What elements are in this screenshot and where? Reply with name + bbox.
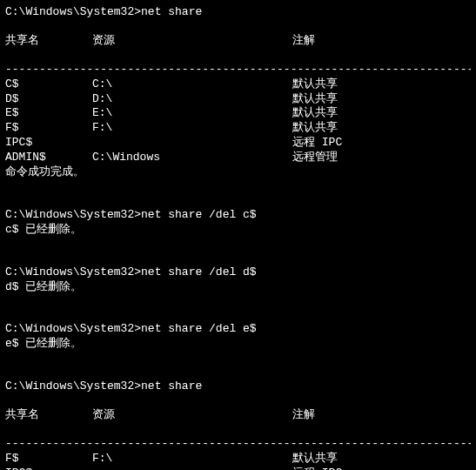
table-row: F$F:\默认共享	[5, 452, 471, 467]
header-name: 共享名	[5, 34, 92, 49]
prompt-line: C:\Windows\System32>net share /del e$	[5, 322, 471, 337]
table-header: 共享名 资源 注解	[5, 34, 471, 49]
deleted-message: c$ 已经删除。	[5, 223, 471, 238]
header-remark: 注解	[292, 408, 315, 423]
deleted-message: e$ 已经删除。	[5, 337, 471, 352]
deleted-message: d$ 已经删除。	[5, 280, 471, 295]
share-name: IPC$	[5, 136, 92, 151]
prompt-line: C:\Windows\System32>net share	[5, 379, 471, 394]
share-remark: 默认共享	[292, 92, 338, 107]
share-name: D$	[5, 92, 92, 107]
divider: ----------------------------------------…	[5, 63, 471, 77]
share-resource: F:\	[92, 121, 292, 136]
share-resource: D:\	[92, 92, 292, 107]
share-resource: C:\Windows	[92, 151, 292, 165]
share-name: E$	[5, 106, 92, 121]
share-remark: 默认共享	[292, 121, 338, 136]
table-row: IPC$远程 IPC	[5, 136, 471, 151]
share-remark: 远程管理	[292, 151, 338, 165]
prompt-line: C:\Windows\System32>net share	[5, 5, 471, 20]
header-resource: 资源	[92, 408, 292, 423]
header-resource: 资源	[92, 34, 292, 49]
share-name: C$	[5, 77, 92, 92]
table-header: 共享名 资源 注解	[5, 408, 471, 423]
share-resource	[92, 467, 292, 470]
divider: ----------------------------------------…	[5, 437, 471, 452]
table-row: IPC$远程 IPC	[5, 467, 471, 470]
header-remark: 注解	[292, 34, 315, 49]
share-name: F$	[5, 452, 92, 467]
share-resource	[92, 136, 292, 151]
table-row: F$F:\默认共享	[5, 121, 471, 136]
share-name: ADMIN$	[5, 151, 92, 165]
share-remark: 远程 IPC	[292, 136, 342, 151]
prompt-line: C:\Windows\System32>net share /del d$	[5, 265, 471, 280]
table-row: C$C:\默认共享	[5, 77, 471, 92]
share-resource: E:\	[92, 106, 292, 121]
terminal-output: C:\Windows\System32>net share 共享名 资源 注解 …	[5, 5, 471, 470]
share-resource: C:\	[92, 77, 292, 92]
prompt-line: C:\Windows\System32>net share /del c$	[5, 208, 471, 223]
success-message: 命令成功完成。	[5, 165, 471, 180]
header-name: 共享名	[5, 408, 92, 423]
share-name: IPC$	[5, 467, 92, 470]
table-row: E$E:\默认共享	[5, 106, 471, 121]
share-remark: 远程 IPC	[292, 467, 342, 470]
share-name: F$	[5, 121, 92, 136]
table-row: D$D:\默认共享	[5, 92, 471, 107]
share-resource: F:\	[92, 452, 292, 467]
share-remark: 默认共享	[292, 106, 338, 121]
table-row: ADMIN$C:\Windows远程管理	[5, 151, 471, 165]
share-remark: 默认共享	[292, 77, 338, 92]
share-remark: 默认共享	[292, 452, 338, 467]
